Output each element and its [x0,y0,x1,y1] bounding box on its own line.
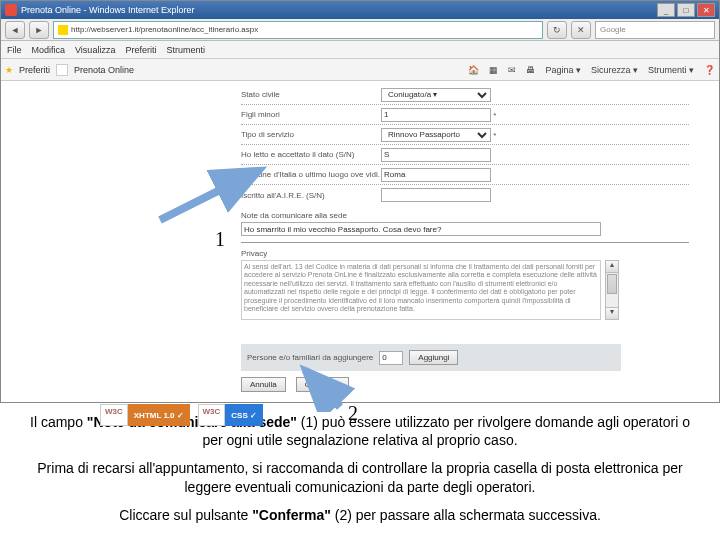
print-icon[interactable]: 🖶 [526,65,535,75]
add-people-label: Persone e/o familiari da aggiungere [247,353,373,362]
add-people-count[interactable] [379,351,403,365]
page-content: Stato civile Coniugato/a ▾ Figli minori … [1,81,719,402]
refresh-button[interactable]: ↻ [547,21,567,39]
maximize-button[interactable]: □ [677,3,695,17]
tool-pagina[interactable]: Pagina ▾ [545,65,581,75]
privacy-label: Privacy [241,249,689,258]
scroll-down-icon[interactable]: ▼ [606,307,618,319]
feed-icon[interactable]: ▦ [489,65,498,75]
input-comune[interactable] [381,168,491,182]
back-button[interactable]: ◄ [5,21,25,39]
forward-button[interactable]: ► [29,21,49,39]
favorites-star-icon[interactable]: ★ [5,65,13,75]
input-figli-minori[interactable] [381,108,491,122]
label-stato-civile: Stato civile [241,90,381,99]
svg-line-1 [160,170,260,220]
address-text: http://webserver1.it/prenotaonline/acc_i… [71,25,258,34]
address-bar[interactable]: http://webserver1.it/prenotaonline/acc_i… [53,21,543,39]
stop-button[interactable]: ✕ [571,21,591,39]
select-stato-civile[interactable]: Coniugato/a ▾ [381,88,491,102]
select-tipo-servizio[interactable]: Rinnovo Passaporto [381,128,491,142]
tool-strumenti[interactable]: Strumenti ▾ [648,65,694,75]
css-badge: W3C CSS✓ [198,404,263,426]
note-label: Note da comunicare alla sede [241,211,689,220]
favorites-label[interactable]: Preferiti [19,65,50,75]
scroll-thumb[interactable] [607,274,617,294]
menu-preferiti[interactable]: Preferiti [125,45,156,55]
menu-visualizza[interactable]: Visualizza [75,45,115,55]
nav-toolbar: ◄ ► http://webserver1.it/prenotaonline/a… [1,19,719,41]
menu-bar: File Modifica Visualizza Preferiti Strum… [1,41,719,59]
minimize-button[interactable]: _ [657,3,675,17]
search-placeholder: Google [600,25,626,34]
tab-favicon [56,64,68,76]
security-icon [58,25,68,35]
tool-sicurezza[interactable]: Sicurezza ▾ [591,65,638,75]
menu-file[interactable]: File [7,45,22,55]
home-icon[interactable]: 🏠 [468,65,479,75]
menu-modifica[interactable]: Modifica [32,45,66,55]
scroll-up-icon[interactable]: ▲ [606,261,618,273]
callout-number-2: 2 [348,402,358,425]
label-figli-minori: Figli minori [241,110,381,119]
titlebar: Prenota Online - Windows Internet Explor… [1,1,719,19]
validation-badges: W3C XHTML 1.0✓ W3C CSS✓ [100,404,263,426]
browser-window: Prenota Online - Windows Internet Explor… [0,0,720,403]
favorites-bar: ★ Preferiti Prenota Online 🏠 ▦ ✉ 🖶 Pagin… [1,59,719,81]
search-box[interactable]: Google [595,21,715,39]
privacy-scrollbar[interactable]: ▲ ▼ [605,260,619,320]
privacy-text: Ai sensi dell'art. 13 del Codice in mate… [241,260,601,320]
mail-icon[interactable]: ✉ [508,65,516,75]
xhtml-badge: W3C XHTML 1.0✓ [100,404,190,426]
window-title: Prenota Online - Windows Internet Explor… [21,5,195,15]
svg-line-3 [305,370,340,407]
add-button[interactable]: Aggiungi [409,350,458,365]
help-icon[interactable]: ❓ [704,65,715,75]
close-button[interactable]: ✕ [697,3,715,17]
callout-arrow-1 [150,160,280,230]
input-aire[interactable] [381,188,491,202]
tab-label[interactable]: Prenota Online [74,65,134,75]
app-icon [5,4,17,16]
note-input[interactable] [241,222,601,236]
cancel-button[interactable]: Annulla [241,377,286,392]
callout-number-1: 1 [215,228,225,251]
input-consenso[interactable] [381,148,491,162]
menu-strumenti[interactable]: Strumenti [166,45,205,55]
label-tipo-servizio: Tipo di servizio [241,130,381,139]
label-consenso: Ho letto e accettato il dato (S/N) [241,150,381,159]
